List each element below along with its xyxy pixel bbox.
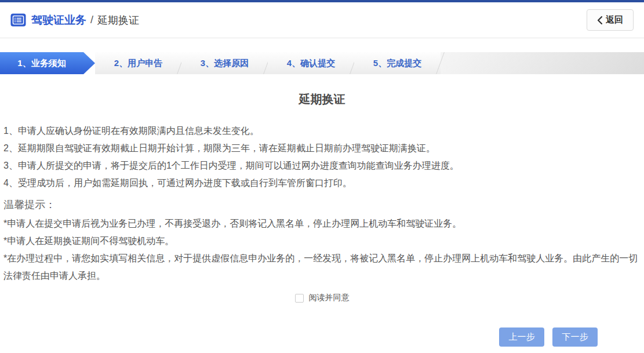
- agree-label: 阅读并同意: [309, 293, 350, 303]
- step-item: 3、选择原因: [181, 52, 268, 74]
- notice-line: 2、延期期限自驾驶证有效期截止日期开始计算，期限为三年，请在延期截止日期前办理驾…: [3, 140, 641, 157]
- back-button[interactable]: 返回: [587, 9, 634, 31]
- step-label: 1、业务须知: [17, 58, 66, 69]
- step-item: 4、确认提交: [268, 52, 354, 74]
- notice-line: 4、受理成功后，用户如需延期回执，可通过网办进度下载或自行到车管所窗口打印。: [3, 174, 641, 192]
- step-item: 5、完成提交: [354, 52, 441, 74]
- step-item: 2、用户申告: [95, 52, 181, 74]
- notice-section: 1、申请人应确认身份证明在有效期限满内且信息未发生变化。 2、延期期限自驾驶证有…: [0, 122, 644, 285]
- next-step-button[interactable]: 下一步: [552, 327, 598, 347]
- step-label: 3、选择原因: [201, 58, 249, 69]
- step-wizard: 1、业务须知 2、用户申告 3、选择原因 4、确认提交 5、完成提交: [0, 52, 644, 74]
- prev-step-button[interactable]: 上一步: [499, 327, 544, 347]
- notice-list: 1、申请人应确认身份证明在有效期限满内且信息未发生变化。 2、延期期限自驾驶证有…: [3, 122, 641, 192]
- step-label: 5、完成提交: [373, 58, 421, 69]
- tips-title: 温馨提示：: [3, 194, 641, 215]
- breadcrumb-separator: /: [90, 14, 93, 26]
- back-button-label: 返回: [606, 14, 623, 26]
- tip-line: *申请人在提交申请后视为业务已办理，不再接受退办，否则将记入黑名单，停止办理网上…: [3, 215, 641, 232]
- agree-row: 阅读并同意: [0, 293, 644, 303]
- tip-line: *申请人在延期换证期间不得驾驶机动车。: [3, 232, 641, 250]
- step-item: 1、业务须知: [0, 52, 95, 74]
- list-form-icon: [10, 13, 26, 27]
- breadcrumb-current: 延期换证: [97, 13, 139, 27]
- tips-list: *申请人在提交申请后视为业务已办理，不再接受退办，否则将记入黑名单，停止办理网上…: [3, 215, 641, 285]
- breadcrumb-root[interactable]: 驾驶证业务: [31, 13, 86, 28]
- chevron-left-icon: [597, 16, 602, 24]
- step-wizard-tail: [441, 52, 644, 74]
- notice-line: 3、申请人所提交的申请，将于提交后的1个工作日内受理，期间可以通过网办进度查询功…: [3, 157, 641, 174]
- notice-line: 1、申请人应确认身份证明在有效期限满内且信息未发生变化。: [3, 122, 641, 140]
- tip-line: *在办理过程中，请您如实填写相关信息，对于提供虚假信息申办业务的，一经发现，将被…: [3, 250, 641, 285]
- step-label: 2、用户申告: [114, 58, 162, 69]
- footer-actions: 上一步 下一步: [0, 327, 644, 347]
- step-label: 4、确认提交: [287, 58, 335, 69]
- agree-checkbox[interactable]: [295, 294, 304, 303]
- page-title: 延期换证: [0, 92, 644, 107]
- page-header: 驾驶证业务 / 延期换证 返回: [0, 2, 644, 38]
